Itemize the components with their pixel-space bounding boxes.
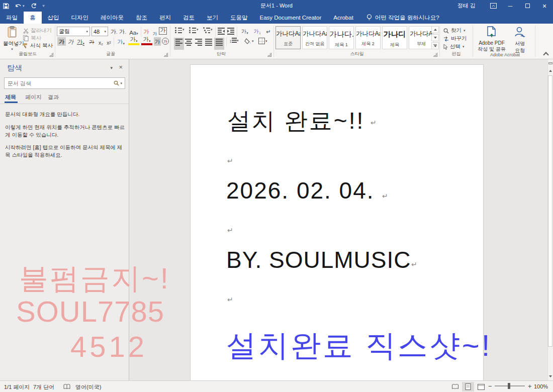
format-painter-button[interactable]: 서식 복사 — [22, 42, 53, 49]
font-color-button[interactable]: 가▾ — [141, 37, 152, 45]
cut-button[interactable]: 잘라내기 — [23, 27, 52, 34]
zoom-out-button[interactable]: − — [488, 382, 492, 390]
multilevel-list-button[interactable]: ▾ — [203, 28, 213, 35]
page-indicator[interactable]: 1/1 페이지 — [4, 383, 30, 391]
replace-button[interactable]: 바꾸기 — [443, 35, 467, 42]
doc-line-1[interactable]: 설치 완료~!! — [227, 106, 364, 137]
search-icon[interactable]: ▾ — [114, 80, 125, 86]
styles-dialog-launcher[interactable] — [433, 53, 437, 57]
change-case-button[interactable]: Aa▾ — [128, 27, 140, 36]
redo-icon[interactable] — [31, 3, 37, 9]
clear-formatting-button[interactable]: 가 — [142, 27, 150, 36]
sort-button[interactable]: 가↓ — [252, 27, 262, 35]
create-pdf-button[interactable]: Adobe PDF 작성 및 공유 — [476, 26, 507, 53]
undo-dropdown-icon[interactable]: ▾ — [23, 4, 25, 8]
navigation-pane-close-icon[interactable]: × — [119, 63, 123, 71]
zoom-slider-thumb[interactable] — [508, 383, 510, 389]
style-subtitle[interactable]: 가나다A 부제 — [409, 26, 434, 49]
read-mode-button[interactable] — [449, 382, 461, 391]
strikethrough-button[interactable]: 가 — [87, 37, 96, 46]
tab-layout[interactable]: 레이아웃 — [95, 12, 130, 24]
align-left-button[interactable] — [174, 38, 184, 50]
request-signatures-button[interactable]: 서명 요청 — [509, 26, 531, 54]
scroll-down-arrow[interactable] — [548, 374, 553, 379]
print-layout-button[interactable] — [462, 382, 474, 391]
font-size-combobox[interactable]: 48▾ — [91, 27, 108, 36]
styles-scroll-down-button[interactable] — [431, 34, 439, 41]
show-marks-button[interactable]: ↵ — [265, 27, 272, 35]
tab-acrobat[interactable]: Acrobat — [327, 12, 359, 24]
distribute-button[interactable] — [214, 38, 224, 50]
character-shading-button[interactable]: 가 — [154, 37, 161, 46]
proofing-icon[interactable] — [63, 384, 70, 390]
language-indicator[interactable]: 영어(미국) — [75, 383, 101, 391]
nav-tab-pages[interactable]: 페이지 — [25, 93, 42, 101]
style-no-spacing[interactable]: 가나다Aa 간격 없음 — [302, 26, 327, 49]
text-effects-button[interactable]: 가▾ — [116, 37, 126, 46]
find-button[interactable]: 찾기▾ — [443, 27, 466, 34]
collapse-ribbon-icon[interactable] — [543, 52, 548, 57]
tab-view[interactable]: 보기 — [201, 12, 224, 24]
highlight-color-button[interactable]: 가▾ — [128, 37, 139, 45]
tell-me-box[interactable]: 어떤 작업을 원하시나요? — [366, 12, 439, 24]
style-title[interactable]: 가나디 제목 — [382, 26, 407, 49]
bold-button[interactable]: 가 — [57, 37, 66, 46]
tab-insert[interactable]: 삽입 — [42, 12, 65, 24]
style-normal[interactable]: 가나다Aa 표준 — [275, 26, 301, 49]
word-count[interactable]: 7개 단어 — [33, 383, 54, 391]
tab-mailings[interactable]: 편지 — [153, 12, 177, 24]
superscript-button[interactable]: x² — [105, 37, 113, 46]
enclose-characters-button[interactable]: 가 — [162, 38, 169, 45]
asian-layout-button[interactable]: 가▾ — [239, 27, 250, 35]
underline-button[interactable]: 가▾ — [75, 37, 86, 46]
shrink-font-button[interactable]: 가ˇ — [119, 27, 126, 36]
paragraph-dialog-launcher[interactable] — [267, 53, 271, 57]
save-icon[interactable] — [3, 3, 9, 9]
tab-help[interactable]: 도움말 — [224, 12, 254, 24]
numbering-button[interactable]: ▾ — [189, 28, 199, 35]
align-right-button[interactable] — [195, 39, 202, 49]
font-dialog-launcher[interactable] — [164, 53, 168, 57]
document-search-box[interactable]: ▾ — [4, 77, 125, 89]
search-input[interactable] — [5, 80, 114, 86]
zoom-percentage[interactable]: 100% — [534, 383, 548, 389]
nav-tab-results[interactable]: 결과 — [48, 93, 59, 101]
justify-button[interactable] — [205, 39, 212, 49]
copy-button[interactable]: 복사 — [23, 35, 41, 42]
tab-review[interactable]: 검토 — [177, 12, 201, 24]
select-button[interactable]: 선택▾ — [443, 43, 465, 50]
maximize-button[interactable] — [519, 0, 536, 12]
style-heading2[interactable]: 가나다Aa 제목 2 — [355, 26, 381, 49]
tab-design[interactable]: 디자인 — [65, 12, 95, 24]
doc-line-2[interactable]: 2026. 02. 04. — [226, 177, 375, 204]
bullets-button[interactable]: ▾ — [175, 28, 185, 35]
borders-button[interactable]: ▾ — [258, 38, 267, 44]
qat-customize-icon[interactable]: ▿ — [43, 4, 45, 8]
ruler-toggle-icon[interactable] — [548, 60, 553, 66]
align-center-button[interactable] — [185, 39, 192, 49]
tab-home[interactable]: 홈 — [24, 12, 42, 24]
subscript-button[interactable]: x₂ — [97, 37, 105, 46]
navigation-pane-dropdown-icon[interactable]: ▾ — [110, 65, 113, 70]
zoom-in-button[interactable]: + — [528, 382, 532, 390]
clipboard-dialog-launcher[interactable] — [49, 53, 53, 57]
shading-button[interactable]: ▾ — [244, 38, 254, 44]
ribbon-display-options-icon[interactable] — [485, 0, 502, 12]
styles-gallery-more-button[interactable] — [431, 42, 439, 49]
minimize-button[interactable]: ─ — [502, 0, 519, 12]
italic-button[interactable]: 가 — [67, 37, 74, 46]
paste-button[interactable]: 붙여넣기 ▾ — [3, 26, 21, 53]
nav-tab-headings[interactable]: 제목 — [5, 93, 16, 101]
close-button[interactable]: × — [536, 0, 553, 12]
font-name-combobox[interactable]: 굴림▾ — [57, 27, 90, 36]
tab-file[interactable]: 파일 — [0, 12, 24, 24]
doc-line-3[interactable]: BY. SOULMUSIC — [226, 246, 411, 273]
user-name[interactable]: 정태 김 — [457, 2, 476, 10]
undo-icon[interactable]: ▾ — [15, 3, 25, 9]
scroll-up-arrow[interactable] — [548, 68, 553, 73]
line-spacing-button[interactable]: ↕▾ — [229, 38, 239, 44]
character-border-button[interactable]: 가 — [159, 27, 167, 35]
increase-indent-button[interactable] — [227, 28, 234, 38]
scrollbar-thumb[interactable] — [548, 75, 552, 347]
tab-references[interactable]: 참조 — [130, 12, 153, 24]
